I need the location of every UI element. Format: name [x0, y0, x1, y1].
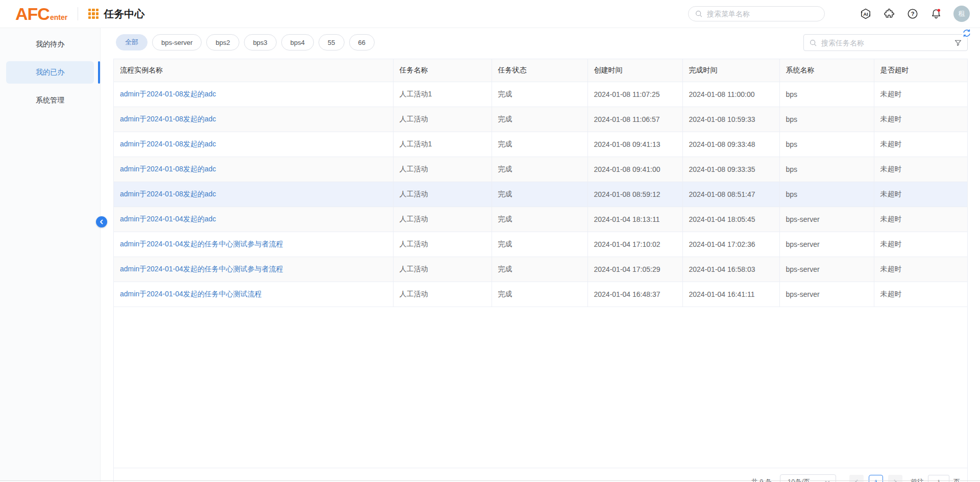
menu-search-input[interactable]	[707, 10, 818, 18]
cell-system: bps-server	[779, 232, 874, 257]
process-instance-link[interactable]: admin于2024-01-08发起的adc	[120, 140, 216, 148]
table-body: admin于2024-01-08发起的adc人工活动1完成2024-01-08 …	[114, 82, 967, 307]
cell-status: 完成	[492, 82, 587, 107]
header-divider	[78, 7, 78, 20]
search-icon	[695, 10, 703, 18]
page-title: 任务中心	[104, 7, 144, 21]
process-instance-link[interactable]: admin于2024-01-08发起的adc	[120, 115, 216, 123]
cell-finished: 2024-01-08 10:59:33	[682, 107, 779, 132]
tasks-table-panel: 流程实例名称任务名称任务状态创建时间完成时间系统名称是否超时 admin于202…	[113, 59, 968, 468]
process-instance-link[interactable]: admin于2024-01-08发起的adc	[120, 165, 216, 173]
cell-timeout: 未超时	[874, 107, 967, 132]
logo-text-main: AFC	[15, 5, 50, 22]
process-instance-link[interactable]: admin于2024-01-04发起的adc	[120, 215, 216, 223]
process-instance-cell: admin于2024-01-08发起的adc	[114, 157, 393, 182]
main-content: 全部bps-serverbps2bps3bps45566	[101, 28, 980, 481]
cell-status: 完成	[492, 207, 587, 232]
cell-task: 人工活动1	[393, 132, 492, 157]
avatar[interactable]: 租	[953, 6, 970, 22]
cell-timeout: 未超时	[874, 257, 967, 282]
table-row: admin于2024-01-08发起的adc人工活动完成2024-01-08 0…	[114, 157, 967, 182]
cell-task: 人工活动	[393, 182, 492, 207]
cell-system: bps	[779, 82, 874, 107]
cell-system: bps	[779, 182, 874, 207]
sidebar-item-0[interactable]: 我的待办	[6, 33, 94, 56]
table-row: admin于2024-01-04发起的任务中心测试参与者流程人工活动完成2024…	[114, 232, 967, 257]
filter-chip-1[interactable]: bps-server	[152, 34, 202, 50]
process-instance-link[interactable]: admin于2024-01-08发起的adc	[120, 90, 216, 98]
task-center-app: AFC enter 任务中心 AI	[0, 0, 980, 482]
cell-created: 2024-01-08 09:41:13	[587, 132, 682, 157]
cell-finished: 2024-01-08 09:33:48	[682, 132, 779, 157]
process-instance-cell: admin于2024-01-08发起的adc	[114, 132, 393, 157]
filter-chip-4[interactable]: bps4	[281, 34, 314, 50]
task-search-box[interactable]	[803, 34, 968, 51]
table-row: admin于2024-01-08发起的adc人工活动1完成2024-01-08 …	[114, 82, 967, 107]
search-icon	[809, 39, 817, 47]
column-header-2: 任务状态	[492, 59, 587, 82]
process-instance-link[interactable]: admin于2024-01-04发起的任务中心测试参与者流程	[120, 240, 283, 248]
pagination-bar: 共 9 条 10条/页 1 前往	[113, 468, 968, 482]
process-instance-cell: admin于2024-01-08发起的adc	[114, 182, 393, 207]
cell-finished: 2024-01-08 09:33:35	[682, 157, 779, 182]
cell-system: bps	[779, 107, 874, 132]
process-instance-cell: admin于2024-01-08发起的adc	[114, 107, 393, 132]
cell-finished: 2024-01-04 16:41:11	[682, 282, 779, 307]
process-instance-cell: admin于2024-01-04发起的任务中心测试参与者流程	[114, 257, 393, 282]
cell-finished: 2024-01-04 16:58:03	[682, 257, 779, 282]
notification-bell-icon[interactable]	[930, 8, 942, 20]
table-row: admin于2024-01-04发起的任务中心测试参与者流程人工活动完成2024…	[114, 257, 967, 282]
cell-status: 完成	[492, 257, 587, 282]
table-row: admin于2024-01-08发起的adc人工活动1完成2024-01-08 …	[114, 132, 967, 157]
cell-task: 人工活动	[393, 157, 492, 182]
cell-created: 2024-01-04 17:10:02	[587, 232, 682, 257]
filter-funnel-icon[interactable]	[954, 39, 962, 47]
total-count: 共 9 条	[751, 477, 772, 482]
sidebar-item-1[interactable]: 我的已办	[6, 61, 94, 84]
cell-timeout: 未超时	[874, 132, 967, 157]
plugin-puzzle-icon[interactable]	[883, 8, 895, 20]
cell-created: 2024-01-08 11:06:57	[587, 107, 682, 132]
cell-finished: 2024-01-04 17:02:36	[682, 232, 779, 257]
cell-created: 2024-01-08 11:07:25	[587, 82, 682, 107]
sidebar: 我的待办我的已办系统管理	[0, 28, 101, 481]
process-instance-cell: admin于2024-01-04发起的adc	[114, 207, 393, 232]
filter-chip-5[interactable]: 55	[318, 34, 344, 50]
cell-system: bps	[779, 157, 874, 182]
svg-text:?: ?	[911, 11, 915, 17]
column-header-4: 完成时间	[682, 59, 779, 82]
app-grid-icon[interactable]	[88, 9, 99, 19]
filter-chip-3[interactable]: bps3	[244, 34, 277, 50]
column-header-6: 是否超时	[874, 59, 967, 82]
filter-chip-6[interactable]: 66	[349, 34, 375, 50]
cell-created: 2024-01-04 18:13:11	[587, 207, 682, 232]
column-header-5: 系统名称	[779, 59, 874, 82]
afcenter-logo[interactable]: AFC enter	[15, 5, 67, 22]
tasks-table: 流程实例名称任务名称任务状态创建时间完成时间系统名称是否超时 admin于202…	[114, 59, 967, 307]
cell-timeout: 未超时	[874, 207, 967, 232]
sidebar-collapse-button[interactable]	[96, 216, 107, 227]
sidebar-item-2[interactable]: 系统管理	[6, 89, 94, 112]
menu-search-box[interactable]	[688, 6, 825, 21]
logo-text-sub: enter	[50, 13, 67, 21]
filter-chip-0[interactable]: 全部	[116, 34, 148, 50]
cell-finished: 2024-01-04 18:05:45	[682, 207, 779, 232]
cell-task: 人工活动	[393, 257, 492, 282]
cell-status: 完成	[492, 132, 587, 157]
ai-assistant-icon[interactable]: AI	[860, 8, 872, 20]
cell-status: 完成	[492, 282, 587, 307]
help-icon[interactable]: ?	[906, 8, 919, 20]
task-search-input[interactable]	[821, 39, 950, 47]
table-header-row: 流程实例名称任务名称任务状态创建时间完成时间系统名称是否超时	[114, 59, 967, 82]
top-header: AFC enter 任务中心 AI	[0, 0, 980, 28]
filter-chip-2[interactable]: bps2	[206, 34, 239, 50]
process-instance-link[interactable]: admin于2024-01-08发起的adc	[120, 190, 216, 198]
process-instance-link[interactable]: admin于2024-01-04发起的任务中心测试流程	[120, 290, 262, 298]
cell-status: 完成	[492, 157, 587, 182]
refresh-icon[interactable]	[962, 29, 971, 38]
cell-finished: 2024-01-08 08:51:47	[682, 182, 779, 207]
process-instance-link[interactable]: admin于2024-01-04发起的任务中心测试参与者流程	[120, 265, 283, 273]
cell-created: 2024-01-08 09:41:00	[587, 157, 682, 182]
cell-status: 完成	[492, 232, 587, 257]
cell-timeout: 未超时	[874, 232, 967, 257]
